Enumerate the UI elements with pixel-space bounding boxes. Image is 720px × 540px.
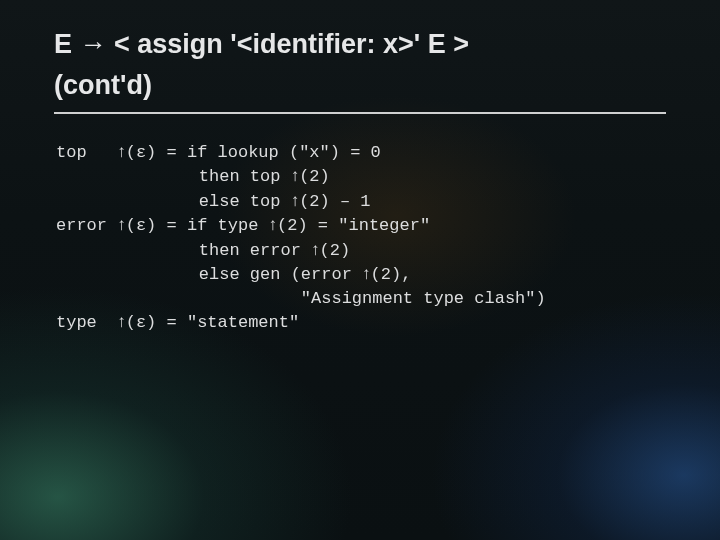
attr-arg: (ε) <box>126 143 157 162</box>
rule-error: error ↑(ε) = if type ↑(2) = "integer" th… <box>56 216 546 307</box>
code-text: (2) <box>299 167 330 186</box>
rule-top: top ↑(ε) = if lookup ("x") = 0 then top … <box>56 143 381 211</box>
code-text: (2) – 1 <box>299 192 370 211</box>
code-text: else top <box>199 192 291 211</box>
attr-name: error <box>56 216 107 235</box>
equals: = <box>167 313 177 332</box>
code-text: (2) = "integer" <box>277 216 430 235</box>
code-text: then error <box>199 241 311 260</box>
code-text: "statement" <box>187 313 299 332</box>
up-arrow-icon: ↑ <box>117 142 126 161</box>
code-text: "Assignment type clash") <box>301 289 546 308</box>
up-arrow-icon: ↑ <box>291 166 300 185</box>
up-arrow-icon: ↑ <box>291 191 300 210</box>
code-text: if type <box>187 216 269 235</box>
equals: = <box>167 216 177 235</box>
title-line-2: (cont'd) <box>54 69 666 102</box>
attr-arg: (ε) <box>126 313 157 332</box>
title-block: E → < assign '<identifier: x>' E > (cont… <box>54 28 666 114</box>
up-arrow-icon: ↑ <box>269 215 278 234</box>
code-text: (2) <box>320 241 351 260</box>
attr-arg: (ε) <box>126 216 157 235</box>
equals: = <box>167 143 177 162</box>
up-arrow-icon: ↑ <box>117 215 126 234</box>
title-line-1: E → < assign '<identifier: x>' E > <box>54 28 666 61</box>
slide: E → < assign '<identifier: x>' E > (cont… <box>0 0 720 540</box>
code-text: if lookup ("x") = 0 <box>187 143 381 162</box>
rule-type: type ↑(ε) = "statement" <box>56 313 299 332</box>
up-arrow-icon: ↑ <box>311 240 320 259</box>
rules-body: top ↑(ε) = if lookup ("x") = 0 then top … <box>56 140 672 335</box>
attr-name: type <box>56 313 97 332</box>
code-text: (2), <box>371 265 412 284</box>
code-text: else gen (error <box>199 265 362 284</box>
attr-name: top <box>56 143 87 162</box>
up-arrow-icon: ↑ <box>117 312 126 331</box>
up-arrow-icon: ↑ <box>362 264 371 283</box>
code-text: then top <box>199 167 291 186</box>
